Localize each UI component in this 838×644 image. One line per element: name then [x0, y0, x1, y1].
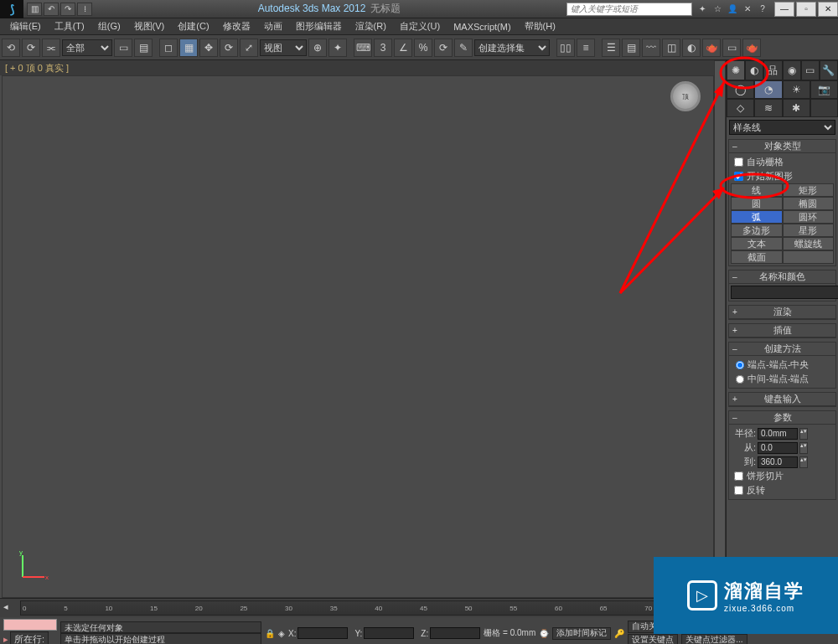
y-input[interactable] — [364, 627, 414, 639]
menu-modifiers[interactable]: 修改器 — [216, 18, 257, 34]
menu-tools[interactable]: 工具(T) — [48, 18, 91, 34]
help-icon[interactable]: ? — [756, 3, 769, 16]
start-new-shape-checkbox[interactable] — [734, 172, 743, 181]
tab-utilities[interactable]: 🔧 — [820, 60, 838, 80]
qat-undo-icon[interactable]: ↶ — [44, 3, 59, 16]
shape-star-button[interactable]: 星形 — [783, 224, 835, 237]
maximize-button[interactable]: ▫ — [796, 2, 816, 17]
favorites-icon[interactable]: ☆ — [711, 3, 724, 16]
keyboard-shortcut-icon[interactable]: ⌨ — [354, 39, 372, 57]
shape-donut-button[interactable]: 圆环 — [783, 210, 835, 224]
rollout-object-type[interactable]: –对象类型 — [729, 140, 835, 153]
angle-snap-icon[interactable]: ∠ — [394, 39, 412, 57]
menu-create[interactable]: 创建(C) — [171, 18, 215, 34]
percent-snap-icon[interactable]: % — [414, 39, 432, 57]
signin-icon[interactable]: 👤 — [726, 3, 739, 16]
subtab-cameras[interactable]: 📷 — [810, 80, 838, 99]
isolation-icon[interactable]: ◈ — [278, 627, 285, 640]
menu-animation[interactable]: 动画 — [257, 18, 289, 34]
shape-helix-button[interactable]: 螺旋线 — [783, 237, 835, 250]
menu-rendering[interactable]: 渲染(R) — [349, 18, 393, 34]
create-category-dropdown[interactable]: 样条线 — [729, 120, 835, 135]
subtab-shapes[interactable]: ◔ — [754, 80, 782, 99]
unlink-icon[interactable]: ⟳ — [22, 39, 40, 57]
radius-spinner[interactable]: ▴▾ — [799, 428, 808, 440]
setkey-button[interactable]: 设置关键点 — [628, 634, 678, 645]
manipulate-icon[interactable]: ✦ — [328, 39, 347, 57]
use-center-icon[interactable]: ⊕ — [308, 39, 327, 57]
viewport-scrollbar[interactable] — [714, 60, 726, 598]
exchange-icon[interactable]: ✕ — [741, 3, 754, 16]
subtab-geometry[interactable]: ◯ — [727, 80, 754, 99]
shape-rectangle-button[interactable]: 矩形 — [783, 183, 835, 197]
pie-checkbox[interactable] — [734, 471, 743, 481]
rollout-keyboard[interactable]: +键盘输入 — [729, 393, 835, 406]
rollout-interp[interactable]: +插值 — [729, 324, 835, 337]
rollout-creation[interactable]: –创建方法 — [729, 343, 835, 356]
shape-circle-button[interactable]: 圆 — [731, 197, 783, 210]
from-spinner[interactable]: ▴▾ — [799, 442, 808, 454]
subtab-spacewarps[interactable]: ≋ — [754, 99, 782, 117]
qat-new-icon[interactable]: ▥ — [27, 3, 42, 16]
tab-display[interactable]: ▭ — [801, 60, 820, 80]
menu-views[interactable]: 视图(V) — [127, 18, 172, 34]
maxscript-mini-listener[interactable] — [3, 619, 57, 631]
qat-link-icon[interactable]: ⁞ — [77, 3, 92, 16]
named-selection-dropdown[interactable]: 创建选择集 — [474, 39, 550, 56]
help-search-input[interactable] — [566, 3, 692, 16]
z-input[interactable] — [430, 627, 480, 639]
shape-section-button[interactable]: 截面 — [731, 250, 783, 264]
viewport[interactable]: 顶 y x — [2, 75, 714, 598]
shape-ellipse-button[interactable]: 椭圆 — [783, 197, 835, 210]
close-button[interactable]: ✕ — [818, 2, 838, 17]
bind-space-icon[interactable]: ⫘ — [42, 39, 60, 57]
menu-customize[interactable]: 自定义(U) — [393, 18, 447, 34]
layers-icon[interactable]: ☰ — [602, 39, 620, 57]
render-frame-icon[interactable]: ▭ — [722, 39, 741, 57]
align-icon[interactable]: ≡ — [577, 39, 595, 57]
curve-editor-icon[interactable]: 〰 — [642, 39, 660, 57]
selection-filter-dropdown[interactable]: 全部 — [62, 39, 112, 56]
to-input[interactable] — [758, 456, 798, 468]
reverse-checkbox[interactable] — [734, 486, 743, 495]
key-icon[interactable]: 🔑 — [614, 627, 624, 640]
rollout-render[interactable]: +渲染 — [729, 306, 835, 319]
select-move-icon[interactable]: ✥ — [199, 39, 218, 57]
shape-text-button[interactable]: 文本 — [731, 237, 783, 250]
menu-edit[interactable]: 编辑(E) — [3, 18, 48, 34]
tab-modify[interactable]: ◐ — [745, 60, 763, 80]
schematic-icon[interactable]: ◫ — [662, 39, 680, 57]
autogrid-checkbox[interactable] — [734, 157, 743, 167]
rollout-name-color[interactable]: –名称和颜色 — [729, 270, 835, 284]
subtab-lights[interactable]: ☀ — [783, 80, 810, 99]
graphite-icon[interactable]: ▤ — [622, 39, 640, 57]
select-scale-icon[interactable]: ⤢ — [240, 39, 258, 57]
tab-motion[interactable]: ◉ — [783, 60, 801, 80]
render-setup-icon[interactable]: 🫖 — [702, 39, 721, 57]
menu-grapheditors[interactable]: 图形编辑器 — [289, 18, 349, 34]
from-input[interactable] — [758, 442, 798, 454]
render-icon[interactable]: 🫖 — [742, 39, 761, 57]
menu-help[interactable]: 帮助(H) — [518, 18, 562, 34]
subtab-helpers[interactable]: ◇ — [727, 99, 754, 117]
time-tag-icon[interactable]: ⌚ — [539, 627, 549, 640]
edit-named-sel-icon[interactable]: ✎ — [454, 39, 473, 57]
tab-hierarchy[interactable]: 品 — [763, 60, 782, 80]
add-time-tag[interactable]: 添加时间标记 — [552, 627, 611, 640]
qat-redo-icon[interactable]: ↷ — [60, 3, 75, 16]
ref-coord-dropdown[interactable]: 视图 — [260, 39, 307, 56]
snap-toggle-icon[interactable]: 3 — [374, 39, 392, 57]
menu-group[interactable]: 组(G) — [91, 18, 127, 34]
shape-ngon-button[interactable]: 多边形 — [731, 224, 783, 237]
shape-line-button[interactable]: 线 — [731, 183, 783, 197]
radius-input[interactable] — [758, 428, 798, 440]
rollout-params[interactable]: –参数 — [729, 411, 835, 425]
subtab-systems[interactable]: ✱ — [783, 99, 810, 117]
timeslider-left-icon[interactable]: ◂ — [3, 601, 17, 615]
material-editor-icon[interactable]: ◐ — [682, 39, 701, 57]
infocenter-icon[interactable]: ✦ — [696, 3, 709, 16]
lock-selection-icon[interactable]: 🔒 — [265, 627, 275, 640]
creation-radio-1[interactable] — [736, 361, 744, 369]
x-input[interactable] — [297, 627, 348, 639]
select-link-icon[interactable]: ⟲ — [2, 39, 20, 57]
